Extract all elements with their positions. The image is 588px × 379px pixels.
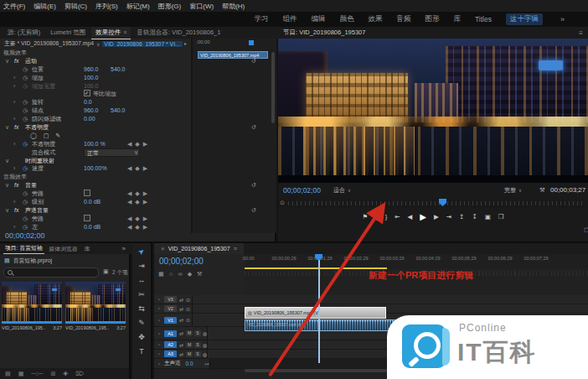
master-clip-label[interactable]: 主要 * VID_20190806_195307.mp4 (4, 39, 94, 48)
effect-property-row[interactable]: fx ◷ 旁路 ◯ ▢ ✎ ∨ ◀ ◆ ▶ ↺ (0, 190, 276, 198)
panel-tab[interactable]: 项目: 首赏短袖 (3, 243, 44, 254)
stopwatch-icon[interactable]: ◷ (23, 223, 28, 231)
media-thumbnail[interactable] (65, 282, 126, 324)
effect-property-row[interactable]: fx ◷ 音频效果 ◯ ▢ ✎ ∨ ◀ ◆ ▶ ↺ (0, 173, 276, 181)
workspace-tab[interactable]: 效果 (368, 14, 382, 24)
stopwatch-icon[interactable]: ◷ (23, 115, 28, 123)
workspace-tab[interactable]: 库 (453, 14, 461, 24)
stopwatch-icon[interactable]: ◷ (23, 198, 28, 206)
export-frame-button[interactable]: ▣ (485, 213, 491, 221)
panel-menu-icon[interactable]: ≡ (579, 29, 583, 37)
effect-property-row[interactable]: ∨ fx ◷ 时间重映射 ◯ ▢ ✎ ∨ ◀ ◆ ▶ ↺ (0, 157, 276, 165)
effect-property-row[interactable]: ∨ fx ◷ 声道音量 ◯ ▢ ✎ ∨ ◀ ◆ ▶ ↺ (0, 206, 276, 215)
track-lock-icon[interactable]: ▫ (154, 306, 164, 311)
panel-tab[interactable]: 库 (83, 244, 92, 254)
property-value[interactable]: 0.0 (84, 98, 92, 106)
chevron-icon[interactable]: ∨ (5, 57, 9, 65)
property-value[interactable]: 100.0 % (84, 140, 106, 148)
property-value-secondary[interactable]: 540.0 (111, 65, 126, 74)
timeline-settings-icon[interactable]: ⚒ (197, 271, 202, 278)
zoom-slider-icon[interactable]: ─○─ (31, 371, 43, 376)
effect-property-row[interactable]: ∨ fx ◷ 运动 ◯ ▢ ✎ ∨ ◀ ◆ ▶ ↺ (0, 57, 276, 65)
keyframe-nav-icons[interactable]: ◀ ◆ ▶ (127, 198, 148, 206)
effect-property-row[interactable]: › fx ◷ 防闪烁滤镜 ◯ ▢ ✎ 0.00 ∨ ◀ ◆ ▶ ↺ (0, 115, 276, 123)
project-bin-row[interactable]: ▤ 首赏短袖.prproj (4, 257, 52, 265)
panel-tab[interactable]: 媒体浏览器 (48, 244, 80, 254)
track-visibility-icon[interactable]: ⊙ (186, 317, 190, 323)
search-input[interactable] (3, 267, 99, 278)
V3[interactable]: ▫ V3 ⇄ ⊙ (154, 295, 588, 304)
sync-lock-icon[interactable]: ⇄ (179, 297, 183, 303)
mute-button[interactable]: M (186, 351, 193, 357)
playback-quality-dropdown[interactable]: 完整∨ (504, 186, 522, 195)
list-view-icon[interactable]: ▤ (5, 371, 11, 377)
track-content-area[interactable] (192, 304, 193, 313)
sync-lock-icon[interactable]: ⇄ (179, 330, 183, 336)
track-target-button[interactable]: V2 (164, 305, 177, 312)
hand-tool[interactable]: ✥ (138, 333, 145, 341)
track-select-tool[interactable]: ⇥ (138, 262, 145, 270)
stopwatch-icon[interactable]: ◷ (23, 190, 28, 198)
stopwatch-icon[interactable]: ◷ (23, 98, 28, 106)
property-checkbox[interactable] (84, 90, 90, 96)
workspace-tab[interactable]: Titles (475, 15, 492, 23)
property-value[interactable]: 0.0 dB (84, 223, 101, 231)
track-target-button[interactable]: A2 (164, 341, 177, 348)
linked-selection-icon[interactable]: ∞ (178, 271, 183, 278)
master-level-value[interactable]: 0.0 (186, 361, 193, 366)
effect-property-row[interactable]: › fx ◷ 不透明度 ◯ ▢ ✎ 100.0 % ∨ ◀ ◆ ▶ ↺ (0, 140, 276, 148)
reset-icon[interactable]: ↺ (251, 57, 256, 65)
add-marker-button[interactable]: ⚑ (362, 213, 368, 221)
media-item-name[interactable]: VID_20190806_195... (65, 325, 109, 330)
razor-tool[interactable]: ✂ (138, 290, 145, 299)
workspace-tab[interactable]: 组件 (282, 14, 297, 24)
track-content-area[interactable] (207, 350, 208, 358)
clip-dropdown-icon[interactable]: ∨ (96, 41, 100, 47)
sync-lock-icon[interactable]: ⇄ (179, 351, 183, 357)
extract-button[interactable]: ↧ (472, 213, 477, 221)
effect-property-row[interactable]: › fx ◷ 左 ◯ ▢ ✎ 0.0 dB ∨ ◀ ◆ ▶ ↺ (0, 223, 276, 231)
effect-property-row[interactable]: fx ◷ ◯ ▢ ✎ 等比缩放 ∨ ◀ ◆ ▶ ↺ (0, 90, 276, 98)
menu-item[interactable]: 窗口(W) (189, 2, 214, 11)
effect-property-row[interactable]: › fx ◷ 旋转 ◯ ▢ ✎ 0.0 ∨ ◀ ◆ ▶ ↺ (0, 98, 276, 106)
workspace-tab[interactable]: 图形 (425, 14, 439, 24)
chevron-icon[interactable]: ∨ (5, 181, 9, 190)
fx-badge-icon[interactable]: fx (14, 57, 18, 65)
effect-property-row[interactable]: ∨ fx ◷ 不透明度 ◯ ▢ ✎ ∨ ◀ ◆ ▶ ↺ (0, 123, 276, 132)
timeline-timecode[interactable]: 00;00;02;00 (159, 257, 204, 266)
track-content-area[interactable] (192, 295, 193, 304)
keyframe-nav-icons[interactable]: ◀ ◆ ▶ (127, 215, 148, 223)
track-lock-icon[interactable]: ▫ (154, 342, 164, 347)
play-button[interactable]: ▶ (420, 212, 426, 221)
track-content-area[interactable] (192, 314, 193, 326)
effect-property-row[interactable]: fx ◷ 旁路 ◯ ▢ ✎ ∨ ◀ ◆ ▶ ↺ (0, 215, 276, 223)
solo-button[interactable]: S (194, 330, 201, 336)
work-area-bar[interactable] (245, 267, 387, 269)
timeline-playhead-line[interactable] (318, 254, 320, 363)
menu-item[interactable]: 剪辑(C) (64, 2, 87, 11)
chevron-icon[interactable]: › (13, 164, 15, 173)
panel-tab[interactable]: Lumetri 范围 ≡ (46, 27, 90, 39)
property-value[interactable]: 0.0 dB (84, 198, 101, 206)
effect-property-row[interactable]: fx ◷ 视频效果 ◯ ▢ ✎ ∨ ◀ ◆ ▶ ↺ (0, 49, 276, 57)
media-thumbnail[interactable] (2, 282, 62, 324)
property-value[interactable]: 0.00 (84, 115, 95, 123)
keyframe-nav-icons[interactable]: ◀ ◆ ▶ (127, 164, 148, 173)
fx-badge-icon[interactable]: fx (14, 181, 18, 190)
track-visibility-icon[interactable]: ⊙ (186, 306, 190, 312)
scrubber-ticks[interactable] (288, 201, 583, 205)
sync-lock-icon[interactable]: ⇄ (179, 306, 183, 312)
effect-property-row[interactable]: › fx ◷ 速度 ◯ ▢ ✎ 100.00% ∨ ◀ ◆ ▶ ↺ (0, 164, 276, 173)
menu-item[interactable]: 帮助(H) (222, 2, 245, 11)
property-checkbox[interactable] (84, 190, 90, 196)
menu-item[interactable]: 编辑(E) (34, 2, 56, 11)
track-lock-icon[interactable]: ▫ (154, 331, 164, 336)
proxy-toggle-icon[interactable]: ▢ (431, 226, 588, 233)
insert-overwrite-icon[interactable]: ▦ (158, 271, 164, 278)
keyframe-nav-icons[interactable]: ◀ ◆ ▶ (127, 223, 148, 231)
mini-timeline-marker[interactable] (249, 40, 254, 45)
comparison-view-button[interactable]: ❐ (498, 213, 504, 221)
menu-item[interactable]: 标记(M) (126, 2, 150, 11)
stopwatch-icon[interactable]: ◷ (23, 215, 28, 223)
mini-timeline-chevron-icon[interactable]: ▸ (184, 40, 187, 46)
